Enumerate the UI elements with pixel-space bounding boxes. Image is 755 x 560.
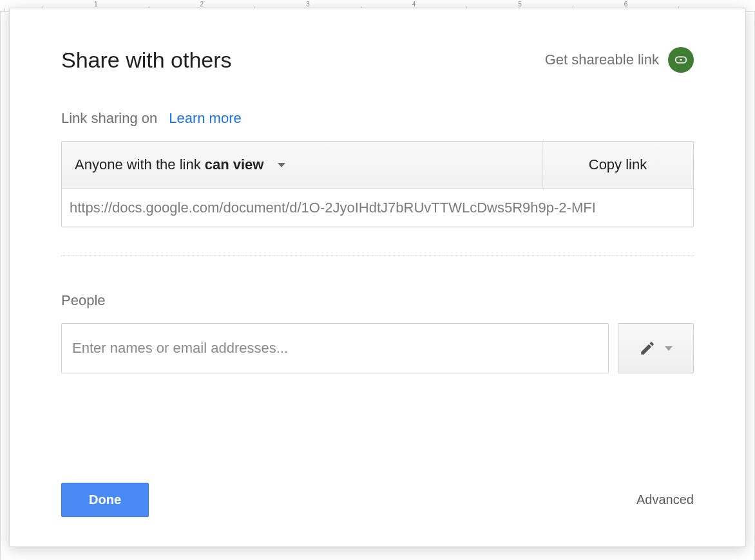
share-url-input[interactable] (70, 200, 685, 216)
link-sharing-box: Anyone with the link can view Copy link (61, 141, 694, 227)
chevron-down-icon (665, 346, 673, 351)
people-section-label: People (61, 292, 694, 309)
dialog-header: Share with others Get shareable link (61, 47, 694, 73)
people-permission-dropdown[interactable] (618, 323, 694, 373)
link-permission-dropdown[interactable]: Anyone with the link can view (62, 142, 542, 188)
people-input-row (61, 323, 694, 373)
advanced-link[interactable]: Advanced (636, 492, 694, 507)
get-shareable-link-button[interactable]: Get shareable link (545, 47, 694, 73)
share-url-field[interactable] (62, 188, 693, 227)
chevron-down-icon (278, 163, 285, 167)
done-button[interactable]: Done (61, 483, 149, 517)
get-shareable-link-label: Get shareable link (545, 51, 659, 68)
dialog-title: Share with others (61, 48, 232, 73)
people-input[interactable] (72, 340, 598, 357)
link-permission-prefix: Anyone with the link (75, 156, 201, 173)
link-permission-level: can view (205, 156, 264, 173)
people-input-container[interactable] (61, 323, 609, 373)
section-divider (61, 256, 694, 256)
link-sharing-status-row: Link sharing on Learn more (61, 110, 694, 127)
learn-more-link[interactable]: Learn more (169, 110, 242, 127)
copy-link-button[interactable]: Copy link (542, 142, 693, 188)
link-icon (668, 47, 694, 73)
pencil-icon (639, 340, 656, 357)
share-dialog: Share with others Get shareable link Lin… (9, 8, 746, 547)
link-sharing-status-label: Link sharing on (61, 110, 157, 127)
dialog-footer: Done Advanced (61, 483, 694, 517)
link-sharing-controls: Anyone with the link can view Copy link (62, 142, 693, 188)
